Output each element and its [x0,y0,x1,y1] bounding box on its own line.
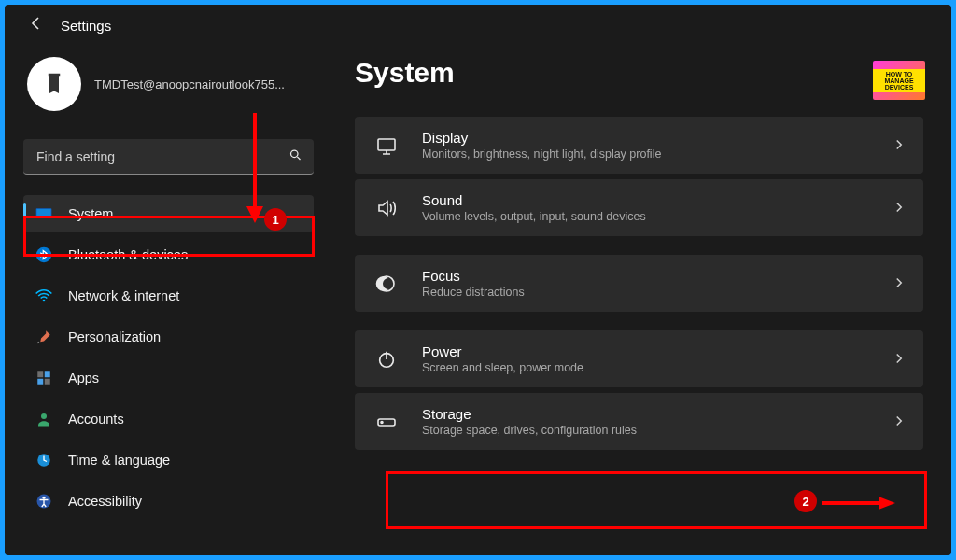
svg-rect-7 [37,379,43,385]
row-text: Focus Reduce distractions [422,268,893,299]
sidebar-item-network[interactable]: Network & internet [23,277,314,315]
svg-point-0 [291,150,299,158]
monitor-icon [373,133,400,159]
drive-icon [373,409,400,435]
sidebar-item-label: Accessibility [68,494,142,509]
settings-window: Settings TMDTest@anoopcnairoutlook755... [5,5,951,555]
svg-rect-6 [45,371,50,377]
row-title: Sound [422,192,893,208]
row-desc: Reduce distractions [422,286,893,299]
svg-point-4 [43,300,46,302]
svg-rect-13 [378,139,395,150]
svg-rect-2 [37,209,51,217]
apps-icon [35,369,53,387]
row-text: Display Monitors, brightness, night ligh… [422,130,893,161]
sidebar-item-accounts[interactable]: Accounts [23,400,314,438]
sidebar-item-label: Accounts [68,412,124,427]
row-title: Display [422,130,893,146]
svg-point-9 [41,413,47,419]
sidebar-item-personalization[interactable]: Personalization [23,318,314,356]
system-icon [35,204,53,223]
sidebar-nav: System Bluetooth & devices Network & int… [23,195,314,520]
sidebar-item-label: Personalization [68,329,161,344]
main-panel: System Display Monitors, brightness, nig… [327,40,951,553]
sidebar: TMDTest@anoopcnairoutlook755... System [5,40,327,553]
svg-rect-8 [45,379,50,385]
content-area: TMDTest@anoopcnairoutlook755... System [5,40,951,553]
watermark-logo: HOW TO MANAGE DEVICES [873,61,925,100]
row-title: Power [422,343,893,359]
row-desc: Volume levels, output, input, sound devi… [422,210,893,223]
svg-rect-5 [37,371,43,377]
sidebar-item-label: Bluetooth & devices [68,247,188,262]
search-container [23,139,314,175]
avatar [27,57,81,111]
wifi-icon [35,287,53,305]
sidebar-item-label: Apps [68,371,99,385]
back-button[interactable] [29,16,44,35]
chevron-right-icon [893,351,905,368]
chevron-right-icon [893,200,905,217]
sidebar-item-label: Network & internet [68,288,179,303]
accessibility-icon [35,492,53,511]
sidebar-item-apps[interactable]: Apps [23,359,314,397]
sidebar-item-system[interactable]: System [23,195,314,232]
sidebar-item-accessibility[interactable]: Accessibility [23,483,314,520]
moon-icon [373,271,400,297]
row-text: Power Screen and sleep, power mode [422,343,893,374]
row-power[interactable]: Power Screen and sleep, power mode [355,330,923,387]
svg-point-17 [381,421,383,423]
person-icon [35,410,53,428]
brush-icon [35,328,53,346]
row-storage[interactable]: Storage Storage space, drives, configura… [355,393,923,450]
row-text: Sound Volume levels, output, input, soun… [422,192,893,223]
power-icon [373,346,400,372]
bluetooth-icon [35,245,53,264]
row-title: Storage [422,406,893,422]
chevron-right-icon [893,413,905,430]
profile-email: TMDTest@anoopcnairoutlook755... [94,77,285,91]
profile-block[interactable]: TMDTest@anoopcnairoutlook755... [23,57,314,111]
sidebar-item-time-language[interactable]: Time & language [23,441,314,479]
title-bar: Settings [5,5,951,40]
row-focus[interactable]: Focus Reduce distractions [355,255,923,312]
row-sound[interactable]: Sound Volume levels, output, input, soun… [355,179,923,236]
row-title: Focus [422,268,893,284]
row-text: Storage Storage space, drives, configura… [422,406,893,437]
window-title: Settings [61,18,111,34]
row-desc: Storage space, drives, configuration rul… [422,424,893,437]
chevron-right-icon [893,137,905,154]
row-desc: Monitors, brightness, night light, displ… [422,147,893,161]
sidebar-item-bluetooth[interactable]: Bluetooth & devices [23,236,314,273]
row-display[interactable]: Display Monitors, brightness, night ligh… [355,117,923,174]
chevron-right-icon [893,275,905,292]
svg-point-12 [43,497,46,499]
speaker-icon [373,195,400,221]
page-title: System [355,57,923,89]
search-icon [288,148,302,166]
clock-globe-icon [35,451,53,469]
sidebar-item-label: System [68,206,113,221]
sidebar-item-label: Time & language [68,453,170,468]
search-input[interactable] [23,139,314,175]
row-desc: Screen and sleep, power mode [422,361,893,374]
